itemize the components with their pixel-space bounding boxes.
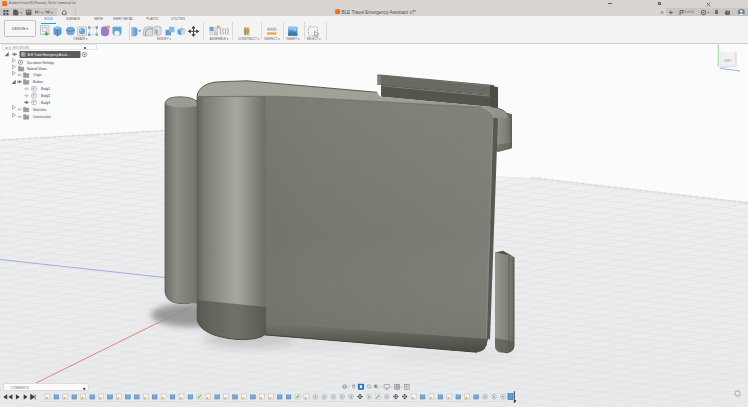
svg-text:Body3: Body3 (41, 101, 50, 105)
svg-text:Construction: Construction (33, 115, 51, 119)
svg-text:Body1: Body1 (41, 87, 50, 91)
svg-text:x: x (738, 69, 740, 73)
svg-text:Body2: Body2 (41, 94, 50, 98)
svg-text:Sketches: Sketches (33, 108, 47, 112)
svg-text:LEFT: LEFT (724, 59, 732, 63)
svg-text:Named Views: Named Views (27, 67, 47, 71)
svg-text:BLE Travel Emergency Assist...: BLE Travel Emergency Assist... (28, 53, 70, 57)
svg-text:Document Settings: Document Settings (27, 61, 54, 65)
svg-text:Origin: Origin (33, 73, 42, 77)
svg-text:Bodies: Bodies (33, 80, 43, 84)
